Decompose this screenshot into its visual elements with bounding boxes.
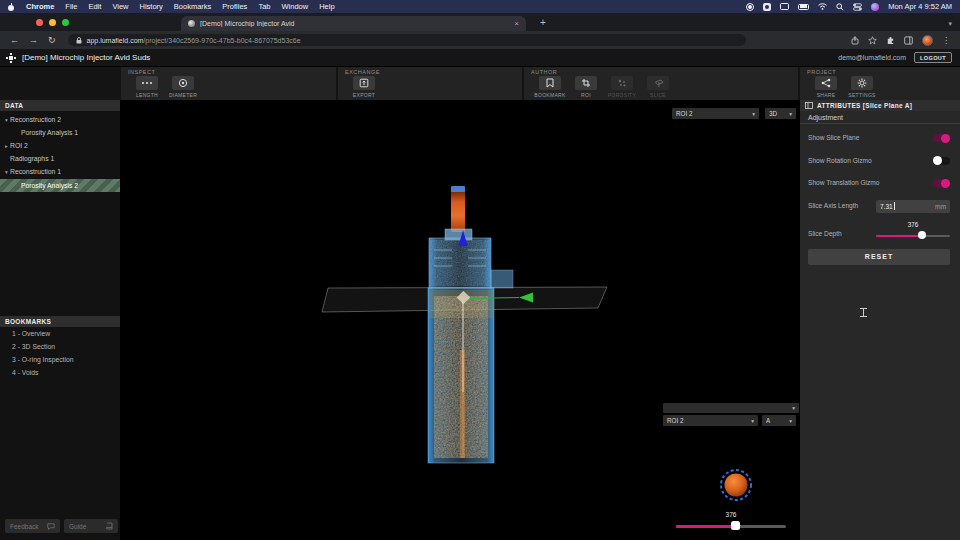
reload-button[interactable]: ↻ — [48, 35, 56, 45]
browser-tab-strip: [Demo] Microchip Injector Avid × + ▾ — [0, 13, 960, 31]
menu-bookmarks[interactable]: Bookmarks — [174, 2, 212, 11]
wifi-icon[interactable] — [818, 3, 827, 10]
control-center-icon[interactable] — [853, 3, 862, 11]
window-close-button[interactable] — [36, 19, 43, 26]
window-zoom-button[interactable] — [62, 19, 69, 26]
slider-thumb[interactable] — [731, 521, 740, 530]
share-icon — [821, 78, 831, 88]
app-toolbar: INSPECT LENGTH DIAMETER EXCHANGE EXPORT — [0, 67, 960, 100]
plane-select[interactable]: A ▾ — [762, 415, 796, 426]
lumafield-logo — [6, 53, 16, 63]
show-slice-plane-toggle[interactable] — [933, 134, 950, 142]
bookmark-item-oring-inspection[interactable]: 3 - O-ring Inspection — [0, 353, 120, 366]
new-tab-button[interactable]: + — [540, 18, 546, 28]
forward-button[interactable]: → — [29, 35, 38, 45]
bookmark-item-3d-section[interactable]: 2 - 3D Section — [0, 340, 120, 353]
tab-favicon — [188, 20, 195, 27]
attributes-panel: ATTRIBUTES [Slice Plane A] Adjustment Sh… — [800, 100, 960, 540]
tab-overflow-chevron-icon[interactable]: ▾ — [948, 20, 952, 28]
feedback-button[interactable]: Feedback — [5, 519, 60, 533]
share-page-icon[interactable] — [851, 36, 859, 45]
menu-help[interactable]: Help — [319, 2, 334, 11]
share-tool-button[interactable]: SHARE — [813, 76, 839, 98]
screen: Chrome File Edit View History Bookmarks … — [0, 0, 960, 540]
slider-thumb[interactable] — [918, 231, 926, 239]
show-rotation-gizmo-toggle[interactable] — [933, 157, 950, 165]
reset-button[interactable]: RESET — [808, 249, 950, 265]
slice-depth-value-label: 376 — [876, 221, 950, 228]
roi-select-bottom[interactable]: ROI 2 ▾ — [663, 415, 758, 426]
show-rotation-gizmo-row: Show Rotation Gizmo — [800, 157, 960, 166]
chevron-down-icon: ▾ — [751, 418, 754, 424]
browser-tab[interactable]: [Demo] Microchip Injector Avid × — [181, 16, 526, 31]
battery-icon[interactable] — [798, 4, 809, 10]
back-button[interactable]: ← — [10, 35, 19, 45]
show-translation-gizmo-toggle[interactable] — [933, 179, 950, 187]
roi-tool-button[interactable]: ROI — [573, 76, 599, 98]
chevron-right-icon[interactable]: ▸ — [3, 143, 10, 149]
settings-tool-button[interactable]: SETTINGS — [849, 76, 875, 98]
viewport-depth-slider[interactable]: 376 — [676, 519, 786, 533]
bottom-panel-select[interactable]: ▾ — [663, 403, 799, 413]
diameter-tool-button[interactable]: DIAMETER — [170, 76, 196, 98]
display-mirroring-icon[interactable] — [780, 3, 789, 10]
bookmarks-panel-header: BOOKMARKS — [0, 316, 120, 327]
account-email: demo@lumafield.com — [838, 54, 906, 61]
bookmark-tool-button[interactable]: BOOKMARK — [537, 76, 563, 98]
tree-item-radiographs-1[interactable]: Radiographs 1 — [0, 152, 120, 165]
roi-select-top[interactable]: ROI 2 ▾ — [672, 108, 759, 119]
menu-edit[interactable]: Edit — [88, 2, 101, 11]
menu-file[interactable]: File — [65, 2, 77, 11]
siri-icon[interactable] — [871, 3, 879, 11]
section-label: AUTHOR — [531, 69, 798, 75]
spotlight-search-icon[interactable] — [836, 3, 844, 11]
guide-button[interactable]: Guide — [64, 519, 118, 533]
porosity-tool-button[interactable]: POROSITY — [609, 76, 635, 98]
profile-avatar[interactable] — [922, 35, 933, 46]
menu-window[interactable]: Window — [281, 2, 308, 11]
menu-profiles[interactable]: Profiles — [222, 2, 247, 11]
3d-viewport[interactable]: ROI 2 ▾ 3D ▾ ▾ ROI 2 ▾ A ▾ 376 — [120, 100, 800, 540]
tree-item-porosity-analysis-2-selected[interactable]: Porosity Analysis 2 — [0, 179, 120, 192]
length-tool-button[interactable]: LENGTH — [134, 76, 160, 98]
model-right-step — [491, 270, 513, 288]
window-minimize-button[interactable] — [49, 19, 56, 26]
gear-icon — [857, 78, 867, 88]
extensions-puzzle-icon[interactable] — [886, 36, 895, 45]
bookmark-icon — [546, 78, 554, 88]
macos-menu-bar: Chrome File Edit View History Bookmarks … — [0, 0, 960, 13]
slice-tool-button[interactable]: SLICE — [645, 76, 671, 98]
bookmark-star-icon[interactable] — [868, 36, 877, 45]
tab-close-icon[interactable]: × — [514, 19, 519, 28]
bookmark-item-voids[interactable]: 4 - Voids — [0, 366, 120, 379]
bookmarks-panel: BOOKMARKS 1 - Overview 2 - 3D Section 3 … — [0, 316, 120, 379]
side-panel-icon[interactable] — [904, 36, 913, 45]
tree-item-reconstruction-2[interactable]: ▾ Reconstruction 2 — [0, 113, 120, 126]
menu-tab[interactable]: Tab — [258, 2, 270, 11]
slice-depth-row: Slice Depth 376 — [800, 229, 960, 241]
slice-axis-length-row: Slice Axis Length 7.31 mm — [800, 200, 960, 213]
view-mode-select[interactable]: 3D ▾ — [765, 108, 796, 119]
url-omnibox[interactable]: app.lumafield.com/project/340c2569-970c-… — [68, 34, 746, 46]
screen-record-icon[interactable] — [746, 3, 754, 11]
menu-history[interactable]: History — [140, 2, 163, 11]
chevron-down-icon[interactable]: ▾ — [3, 117, 10, 123]
chevron-down-icon[interactable]: ▾ — [3, 169, 10, 175]
apple-logo-icon[interactable] — [8, 3, 15, 11]
tree-item-porosity-analysis-1[interactable]: Porosity Analysis 1 — [0, 126, 120, 139]
logout-button[interactable]: LOGOUT — [914, 52, 952, 63]
menubar-clock[interactable]: Mon Apr 4 9:52 AM — [888, 2, 952, 11]
browser-menu-kebab-icon[interactable]: ⋮ — [942, 36, 950, 45]
chevron-down-icon: ▾ — [789, 111, 792, 117]
tree-item-reconstruction-1[interactable]: ▾ Reconstruction 1 — [0, 165, 120, 178]
status-app-icon[interactable] — [763, 3, 771, 11]
slice-depth-slider[interactable]: 376 — [876, 229, 950, 241]
bookmark-item-overview[interactable]: 1 - Overview — [0, 327, 120, 340]
tree-item-roi-2[interactable]: ▸ ROI 2 — [0, 139, 120, 152]
menu-view[interactable]: View — [112, 2, 128, 11]
slice-axis-length-input[interactable]: 7.31 mm — [876, 200, 950, 213]
export-tool-button[interactable]: EXPORT — [351, 76, 377, 98]
toolbar-section-inspect: INSPECT LENGTH DIAMETER — [121, 67, 336, 100]
app-header: [Demo] Microchip Injector Avid Suds demo… — [0, 49, 960, 67]
menu-chrome[interactable]: Chrome — [26, 2, 54, 11]
